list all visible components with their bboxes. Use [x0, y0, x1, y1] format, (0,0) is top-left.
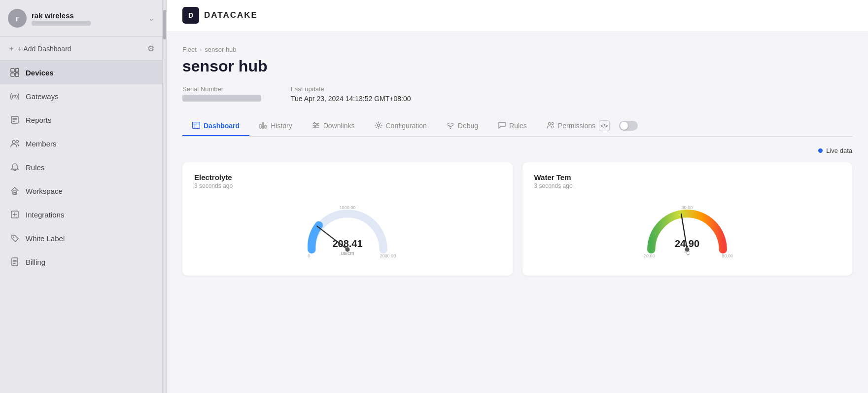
svg-point-33	[377, 124, 380, 126]
svg-rect-3	[15, 73, 19, 76]
svg-rect-26	[265, 125, 266, 128]
scrollbar-thumb[interactable]	[163, 10, 166, 39]
gauge-electrolyte-container: 208.41 us/cm 0 2000.00 1000.00	[194, 197, 501, 261]
datacake-logo-text: DATACAKE	[204, 10, 258, 20]
svg-rect-2	[11, 73, 14, 76]
widget-electrolyte: Electrolyte 3 seconds ago 208.41 us/cm 0…	[182, 162, 513, 276]
serial-number-label: Serial Number	[182, 85, 261, 93]
sidebar-actions: ＋ + Add Dashboard ⚙	[0, 37, 162, 61]
workspace-subtitle	[32, 21, 91, 26]
topbar: D DATACAKE	[167, 0, 868, 32]
gauge-electrolyte-svg: 208.41 us/cm 0 2000.00 1000.00	[298, 197, 397, 261]
people-tab-icon	[547, 122, 555, 130]
sidebar-item-label-gateways: Gateways	[26, 92, 59, 101]
tab-dashboard[interactable]: Dashboard	[182, 117, 249, 136]
sidebar-item-label-devices: Devices	[26, 69, 54, 77]
svg-rect-12	[14, 192, 16, 194]
tab-label-dashboard: Dashboard	[204, 122, 240, 130]
tab-debug[interactable]: Debug	[437, 117, 488, 136]
sidebar-item-label-members: Members	[26, 140, 57, 148]
bar-chart-icon	[259, 122, 267, 130]
svg-point-9	[12, 141, 15, 143]
breadcrumb: Fleet › sensor hub	[182, 46, 852, 53]
svg-rect-21	[193, 122, 200, 128]
sidebar-item-reports[interactable]: Reports	[0, 108, 162, 132]
sidebar-item-label-billing: Billing	[26, 258, 45, 266]
bell-icon	[10, 162, 20, 172]
table-icon	[192, 122, 200, 130]
chat-icon	[498, 122, 506, 130]
svg-rect-25	[262, 123, 264, 128]
avatar: r	[8, 9, 27, 28]
sidebar-item-devices[interactable]: Devices	[0, 61, 162, 84]
live-data-label: Live data	[826, 147, 852, 154]
add-dashboard-button[interactable]: ＋ + Add Dashboard	[8, 44, 71, 53]
permissions-toggle[interactable]	[619, 121, 638, 131]
plus-square-icon	[10, 210, 20, 219]
sidebar-item-label-integrations: Integrations	[26, 211, 64, 219]
widget-water-tem: Water Tem 3 seconds ago	[522, 162, 853, 276]
workspace-header[interactable]: r rak wireless ⌄	[0, 0, 162, 37]
sidebar-item-members[interactable]: Members	[0, 132, 162, 155]
logo-area: D DATACAKE	[182, 7, 852, 24]
live-dot	[818, 148, 823, 153]
tab-label-configuration: Configuration	[386, 122, 427, 130]
svg-point-31	[316, 124, 317, 126]
tab-label-debug: Debug	[458, 122, 478, 130]
sidebar-item-gateways[interactable]: Gateways	[0, 84, 162, 108]
wifi-icon	[447, 122, 454, 130]
home-icon	[10, 186, 20, 196]
svg-rect-24	[260, 124, 261, 128]
sidebar-item-rules[interactable]: Rules	[0, 155, 162, 179]
sidebar-item-label-reports: Reports	[26, 116, 52, 124]
receipt-icon	[10, 257, 20, 267]
page-title: sensor hub	[182, 57, 852, 75]
datacake-logo-icon: D	[182, 7, 199, 24]
tag-icon	[10, 233, 20, 243]
sidebar-item-white-label[interactable]: White Label	[0, 226, 162, 250]
chevron-down-icon: ⌄	[148, 14, 154, 22]
tab-rules[interactable]: Rules	[488, 117, 537, 136]
tab-configuration[interactable]: Configuration	[365, 116, 437, 137]
svg-point-34	[450, 127, 451, 128]
widget-electrolyte-time: 3 seconds ago	[194, 182, 501, 189]
svg-point-35	[548, 122, 551, 125]
tab-label-history: History	[271, 122, 292, 130]
widgets-grid: Electrolyte 3 seconds ago 208.41 us/cm 0…	[182, 162, 852, 276]
sidebar-item-billing[interactable]: Billing	[0, 250, 162, 274]
tab-permissions[interactable]: Permissions </>	[537, 115, 648, 137]
breadcrumb-parent[interactable]: Fleet	[182, 46, 197, 53]
svg-point-30	[313, 122, 315, 124]
tab-history[interactable]: History	[249, 117, 302, 136]
gear-icon[interactable]: ⚙	[147, 44, 154, 53]
sidebar-item-label-rules: Rules	[26, 163, 44, 172]
reports-icon	[10, 115, 20, 125]
svg-point-32	[314, 126, 315, 128]
svg-text:30.00: 30.00	[682, 205, 693, 210]
toggle-knob	[620, 122, 628, 130]
svg-point-43	[345, 247, 349, 251]
widget-water-tem-title: Water Tem	[534, 173, 841, 181]
sidebar: r rak wireless ⌄ ＋ + Add Dashboard ⚙ Dev…	[0, 0, 163, 393]
widget-water-tem-time: 3 seconds ago	[534, 182, 841, 189]
svg-point-10	[16, 141, 19, 143]
widget-electrolyte-title: Electrolyte	[194, 173, 501, 181]
svg-point-50	[685, 247, 690, 251]
tab-downlinks[interactable]: Downlinks	[302, 117, 365, 136]
svg-point-4	[14, 95, 16, 97]
sidebar-item-integrations[interactable]: Integrations	[0, 203, 162, 226]
content-area: Fleet › sensor hub sensor hub Serial Num…	[167, 32, 868, 393]
last-update-section: Last update Tue Apr 23, 2024 14:13:52 GM…	[291, 85, 411, 104]
serial-number-value	[182, 95, 261, 102]
last-update-value: Tue Apr 23, 2024 14:13:52 GMT+08:00	[291, 95, 411, 103]
sidebar-item-workspace[interactable]: Workspace	[0, 179, 162, 203]
plus-icon: ＋	[8, 44, 15, 53]
antenna-icon	[10, 91, 20, 101]
people-icon	[10, 139, 20, 148]
breadcrumb-current: sensor hub	[205, 46, 236, 53]
breadcrumb-separator: ›	[200, 46, 202, 53]
tab-label-downlinks: Downlinks	[323, 122, 355, 130]
code-icon: </>	[599, 120, 610, 131]
svg-point-16	[13, 237, 14, 238]
gauge-water-tem-container: 24.90 °C -20.00 80.00 30.00	[534, 197, 841, 261]
